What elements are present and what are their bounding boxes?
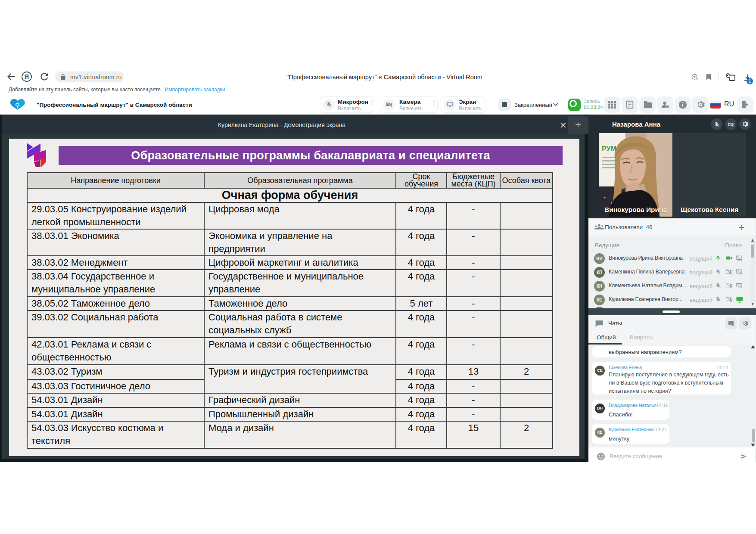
svg-text:РУМ: РУМ (602, 145, 616, 152)
